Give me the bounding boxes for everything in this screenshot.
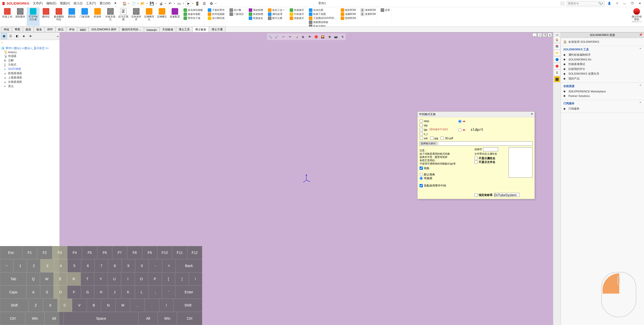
osk-key-r[interactable]: R	[67, 272, 80, 286]
tp-view-icon[interactable]: 🔵	[554, 56, 560, 63]
osk-key-4[interactable]: 4	[54, 259, 67, 272]
osk-key-c[interactable]: C	[58, 299, 72, 312]
osk-key-0[interactable]: 0	[135, 259, 149, 272]
osk-key-'[interactable]: '	[162, 286, 176, 299]
ribbon-btn-9[interactable]: 正设为正视图	[118, 8, 129, 21]
help-icon[interactable]: ?	[614, 1, 620, 6]
menu-view[interactable]: 视图(V)	[60, 1, 70, 6]
osk-key-j[interactable]: J	[108, 286, 122, 299]
ribbon-btn-5[interactable]: 删除面	[66, 8, 77, 18]
minimize-icon[interactable]: —	[622, 1, 627, 6]
ribbon-small-1-2[interactable]: 设计树归类	[207, 16, 225, 20]
osk-key-enter[interactable]: Enter	[176, 286, 202, 299]
tree-item-3[interactable]: ∑方程式	[1, 63, 58, 67]
menu-more-icon[interactable]: ★	[114, 1, 117, 6]
ribbon-small-0-0[interactable]: 多实体转装配	[183, 8, 203, 12]
tree-tab-display-icon[interactable]: ◈	[21, 33, 27, 39]
tree-tab-config-icon[interactable]: ☲	[8, 33, 14, 39]
vt-hide-show-icon[interactable]: 👁	[307, 34, 312, 39]
menu-edit[interactable]: 编辑(E)	[46, 1, 56, 6]
tab-6[interactable]: 评估	[66, 27, 77, 32]
osk-key-h[interactable]: H	[94, 286, 108, 299]
tab-0[interactable]: 特征	[1, 27, 12, 32]
ribbon-small-7-0[interactable]: 报价BOM	[340, 8, 356, 12]
osk-key-caps[interactable]: Caps	[0, 286, 27, 299]
tp-prop-icon[interactable]: ☰	[554, 70, 560, 76]
osk-key-f5[interactable]: F5	[82, 246, 97, 259]
osk-key-alt[interactable]: Alt	[139, 312, 158, 325]
user-icon[interactable]: 👤	[607, 1, 612, 6]
rp-item-0-5[interactable]: ◆我的产品	[563, 76, 641, 81]
tree-item-8[interactable]: ⌖原点	[1, 84, 58, 88]
osk-key-u[interactable]: U	[108, 272, 121, 286]
tab-9[interactable]: 微信抖音同步…	[119, 27, 144, 32]
rp-item-0-4[interactable]: ◆SOLIDWORKS 设置向导	[563, 71, 641, 76]
ribbon-small-4-2[interactable]: 图号分离	[267, 16, 283, 20]
vp-min-icon[interactable]: _	[532, 33, 537, 37]
tp-appear-icon[interactable]: 🔴	[554, 63, 560, 69]
ribbon-small-6-0[interactable]: 自动出图	[308, 8, 324, 12]
chk-3dpdf[interactable]: 3D.pdf	[441, 136, 453, 140]
ribbon-btn-11[interactable]: 压铆螺母孔	[144, 8, 154, 21]
osk-key-b[interactable]: B	[87, 299, 101, 312]
osk-key-f6[interactable]: F6	[97, 246, 112, 259]
ribbon-small-6-2[interactable]: 工程图转DXF/PDF...	[308, 16, 336, 20]
tree-tab-more-icon[interactable]: ⊕	[27, 33, 33, 39]
osk-key-a[interactable]: A	[27, 286, 40, 299]
menu-file[interactable]: 文件(F)	[33, 1, 43, 6]
tab-7[interactable]: MBD	[77, 27, 89, 32]
select-icon[interactable]: ▭	[176, 1, 182, 6]
tree-root[interactable]: 🧊 零件1 (默认) <<默认>_显示状态 1>	[1, 46, 58, 50]
osk-key-q[interactable]: Q	[27, 272, 40, 286]
tree-tab-feature-icon[interactable]: ▦	[1, 33, 7, 39]
osk-key-space[interactable]: Space	[64, 312, 139, 325]
rp-section-header[interactable]: 在线资源⌃	[563, 84, 641, 88]
vt-section-icon[interactable]: ✂	[287, 34, 293, 39]
ribbon-small-6-4[interactable]: 批量开图纸	[308, 24, 326, 27]
vt-zoom-area-icon[interactable]: 🔎	[274, 34, 280, 39]
ribbon-small-1-0[interactable]: 子装转零件	[207, 8, 225, 12]
ribbon-btn-8[interactable]: 封板安装孔	[105, 8, 116, 21]
osk-key-esc[interactable]: Esc	[0, 246, 22, 259]
osk-key-2[interactable]: 2	[27, 259, 40, 272]
ribbon-btn-10[interactable]: 实体画对齐	[131, 8, 142, 21]
osk-key-v[interactable]: V	[72, 299, 86, 312]
rad-iso-view[interactable]: 等轴测	[420, 176, 472, 180]
tab-5[interactable]: 标注	[55, 27, 66, 32]
chk-no-file[interactable]: 不显示文件名	[474, 160, 507, 164]
osk-key-k[interactable]: K	[121, 286, 135, 299]
tree-item-5[interactable]: ▱前视基准面	[1, 71, 58, 75]
osk-key-\[interactable]: \	[189, 272, 202, 286]
osk-key-;[interactable]: ;	[149, 286, 162, 299]
ribbon-small-5-0[interactable]: 快速展开	[289, 8, 305, 12]
welcome-link[interactable]: 🏠 欢迎使用 SOLIDWORKS	[563, 39, 641, 44]
osk-key-f3[interactable]: F3	[52, 246, 67, 259]
menu-insert[interactable]: 插入(I)	[74, 1, 82, 6]
ribbon-small-2-1[interactable]: 门板同步	[229, 12, 244, 16]
osk-key-ctrl[interactable]: Ctrl	[177, 312, 202, 325]
osk-key-f[interactable]: F	[67, 286, 81, 299]
traffic-icon[interactable]: 🚦	[195, 1, 200, 6]
vt-camera-icon[interactable]: 📷	[333, 34, 339, 39]
menu-tools[interactable]: 工具(T)	[86, 1, 96, 6]
osk-key-w[interactable]: W	[40, 272, 53, 286]
resources-pin-icon[interactable]: 📌	[639, 33, 642, 36]
tab-4[interactable]: 焊件	[44, 27, 56, 32]
osk-key-y[interactable]: Y	[94, 272, 107, 286]
ribbon-btn-7[interactable]: 程放样	[92, 8, 103, 18]
ribbon-small-7-1[interactable]: 金蝶BOM	[340, 12, 356, 16]
osk-key-6[interactable]: 6	[81, 259, 95, 272]
cursor-icon[interactable]: ➤	[186, 1, 191, 6]
tab-13[interactable]: 博士钣金	[192, 27, 209, 32]
path-input[interactable]	[438, 141, 533, 146]
rp-section-header[interactable]: SOLIDWORKS 工具⌃	[563, 48, 641, 51]
osk-key-f10[interactable]: F10	[157, 246, 172, 259]
osk-key-f11[interactable]: F11	[172, 246, 187, 259]
osk-key-f4[interactable]: F4	[67, 246, 82, 259]
ribbon-small-7-2[interactable]: 型材BOM	[340, 16, 356, 20]
tp-forum-icon[interactable]: ⬛	[554, 76, 560, 82]
rad-default-view[interactable]: 默认视角	[420, 173, 472, 176]
osk-key-back[interactable]: Back	[176, 259, 202, 272]
ribbon-btn-0[interactable]: 快速上色	[2, 8, 13, 18]
osk-key-][interactable]: ]	[175, 272, 189, 286]
